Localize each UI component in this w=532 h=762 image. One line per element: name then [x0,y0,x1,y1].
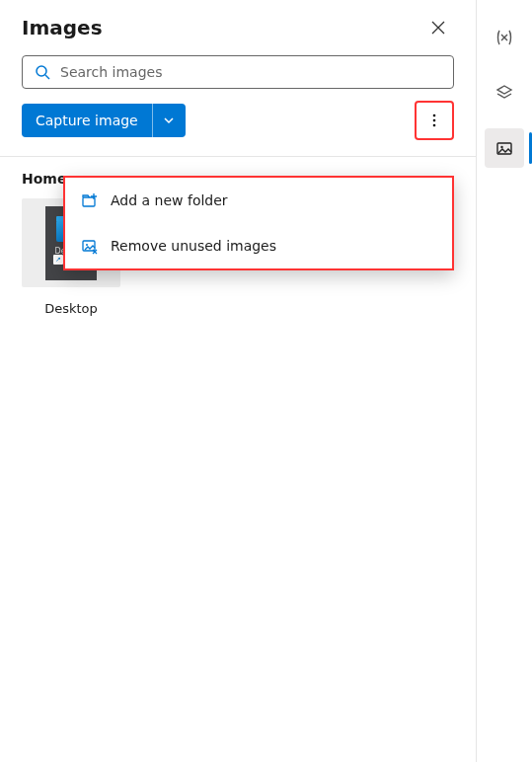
images-panel: Images Capture image Home [0,0,477,762]
panel-title: Images [22,16,103,39]
search-box[interactable] [22,55,454,89]
rail-images-button[interactable] [485,128,524,168]
close-button[interactable] [422,12,454,43]
shortcut-overlay-icon: ↗ [53,255,63,265]
svg-point-2 [433,119,436,122]
search-container [0,55,476,89]
search-icon [35,64,50,80]
menu-add-folder[interactable]: Add a new folder [65,178,452,223]
search-input[interactable] [60,64,441,80]
chevron-down-icon [163,114,175,126]
menu-add-folder-label: Add a new folder [111,192,228,208]
rail-layers-button[interactable] [485,73,524,113]
more-button[interactable] [418,105,450,136]
variables-icon [494,28,514,47]
capture-image-split-button[interactable]: Capture image [22,104,186,137]
menu-remove-unused[interactable]: Remove unused images [65,223,452,268]
more-button-highlight [415,101,454,140]
thumbnail-label: Desktop [44,301,98,316]
more-context-menu: Add a new folder Remove unused images [63,176,454,270]
more-vertical-icon [426,113,442,128]
capture-dropdown-button[interactable] [152,104,186,137]
panel-header: Images [0,0,476,51]
svg-point-1 [433,114,436,117]
layers-icon [494,83,514,103]
svg-point-6 [86,244,88,246]
toolbar: Capture image [0,89,476,150]
side-rail [477,0,532,762]
svg-rect-4 [83,197,95,206]
svg-point-3 [433,124,436,127]
capture-image-button[interactable]: Capture image [22,104,152,137]
add-folder-icon [81,191,99,209]
svg-point-8 [500,146,502,148]
images-icon [494,138,514,158]
menu-remove-unused-label: Remove unused images [111,238,276,254]
remove-images-icon [81,237,99,255]
svg-point-0 [37,66,46,76]
rail-variables-button[interactable] [485,18,524,57]
close-icon [431,21,445,35]
capture-label: Capture image [36,113,138,128]
